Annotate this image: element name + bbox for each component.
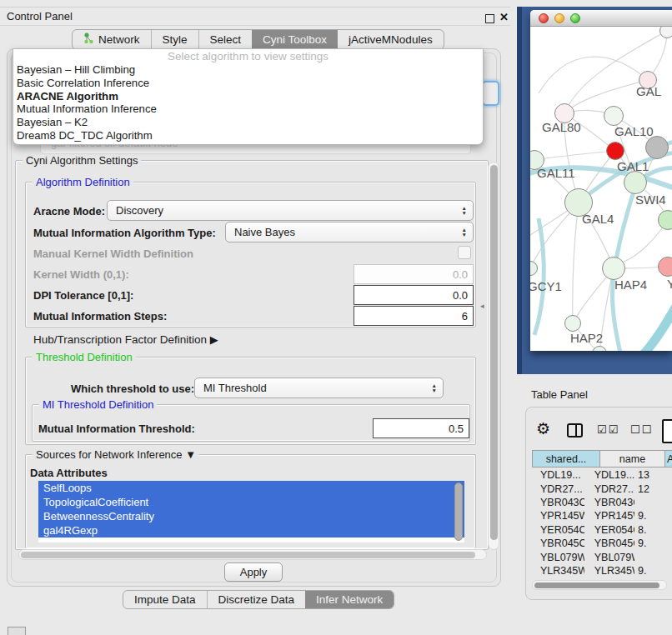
minimize-traffic-light-icon[interactable] — [554, 13, 564, 23]
mi-steps-field[interactable]: 6 — [354, 306, 474, 326]
mi-type-combo[interactable]: Naive Bayes ▲▼ — [225, 222, 474, 242]
split-collapse-arrow[interactable]: ◂ — [480, 302, 484, 310]
table-row[interactable]: YPR145WYPR145W9. — [532, 509, 672, 522]
network-node[interactable] — [658, 257, 672, 277]
manual-kernel-label: Manual Kernel Width Definition — [33, 248, 193, 260]
mi-steps-label: Mutual Information Steps: — [33, 310, 167, 322]
network-node[interactable] — [604, 106, 624, 126]
algorithm-definition-title: Algorithm Definition — [33, 176, 133, 188]
network-node[interactable] — [645, 136, 669, 159]
table-scrollbar-track — [532, 580, 667, 590]
table-row[interactable]: YBL079WYBL079W — [532, 550, 672, 563]
table-row[interactable]: YBR045CYBR045C9. — [532, 537, 672, 550]
table-cell: 13 — [634, 469, 672, 481]
tab-jactivemnodules[interactable]: jActiveMNodules — [338, 30, 444, 49]
manual-kernel-checkbox — [458, 246, 471, 259]
vertical-scrollbar-thumb[interactable] — [490, 165, 498, 540]
bottom-tab-discretize-data[interactable]: Discretize Data — [207, 591, 306, 608]
table-column-header[interactable]: A — [665, 450, 672, 468]
algorithm-option[interactable]: Dream8 DC_TDC Algorithm — [13, 129, 483, 142]
float-window-icon[interactable] — [485, 13, 494, 26]
algorithm-dropdown-items: Bayesian – Hill ClimbingBasic Correlatio… — [13, 63, 483, 142]
tab-label: Network — [98, 33, 140, 46]
attribute-item[interactable]: SelfLoops — [38, 481, 464, 495]
table-cell: 9. — [634, 510, 672, 522]
table-column-header[interactable]: name — [600, 450, 665, 468]
attributes-list-scrollbar[interactable] — [454, 482, 463, 541]
table-cell: YDR27... — [584, 483, 634, 495]
tab-cyni-toolbox[interactable]: Cyni Toolbox — [252, 30, 338, 49]
tab-select[interactable]: Select — [198, 30, 253, 49]
kernel-width-label: Kernel Width (0,1): — [33, 268, 129, 281]
table-scrollbar-thumb[interactable] — [534, 582, 659, 588]
hide-columns-icon[interactable]: ☐☐ — [630, 423, 653, 436]
algorithm-option[interactable]: Mutual Information Inference — [13, 102, 483, 116]
gear-icon[interactable]: ⚙ — [536, 419, 550, 438]
table-cell: YDL19... — [584, 469, 634, 481]
table-cell: YBR045C — [584, 538, 634, 549]
table-cell: YER054C — [532, 524, 584, 536]
kernel-width-field: 0.0 — [354, 264, 474, 284]
table-cell: 9. — [634, 538, 672, 549]
column-layout-icon[interactable] — [567, 423, 583, 438]
table-cell: YLR345W — [584, 565, 634, 577]
attribute-item[interactable]: gal4RGexp — [38, 523, 464, 538]
minimized-panel-button[interactable] — [8, 627, 26, 635]
table-row[interactable]: YIL052CYIL052C9 — [532, 578, 672, 579]
tab-network[interactable]: Network — [73, 30, 151, 49]
table-row[interactable]: YDL19...YDL19...13 — [532, 468, 672, 482]
table-cell: YIL052C — [584, 578, 634, 579]
table-cell: YLR345W — [532, 565, 584, 577]
algorithm-option[interactable]: Bayesian – Hill Climbing — [13, 63, 483, 77]
table-cell: YPR145W — [532, 510, 584, 522]
attribute-item[interactable]: TopologicalCoefficient — [38, 495, 464, 509]
which-threshold-combo[interactable]: MI Threshold ▲▼ — [194, 378, 444, 398]
node-label: GAL4 — [582, 212, 614, 226]
hub-definition-toggle[interactable]: Hub/Transcription Factor Definition ▶ — [33, 333, 218, 346]
horizontal-scrollbar-track — [18, 549, 487, 560]
network-node[interactable] — [659, 27, 672, 38]
table-cell: YDR27... — [532, 483, 584, 495]
table-column-header[interactable]: shared... — [532, 450, 600, 468]
dpi-tolerance-field[interactable]: 0.0 — [354, 285, 474, 305]
node-label: GAL1 — [617, 159, 649, 173]
sources-title-text: Sources for Network Inference — [36, 448, 183, 461]
attribute-item[interactable]: BetweennessCentrality — [38, 509, 464, 523]
expanded-arrow-icon[interactable]: ▼ — [185, 448, 196, 461]
network-tab-icon — [83, 32, 98, 47]
screen: Control Panel ✕ NetworkStyleSelectCyni T… — [0, 0, 672, 635]
network-node[interactable] — [564, 315, 581, 332]
network-node[interactable] — [602, 257, 625, 280]
sources-group-title: Sources for Network Inference ▼ — [33, 448, 199, 461]
network-node[interactable] — [624, 171, 647, 194]
bottom-tab-infer-network[interactable]: Infer Network — [305, 591, 394, 608]
show-columns-icon[interactable]: ☑☑ — [597, 423, 619, 436]
horizontal-scrollbar-thumb[interactable] — [21, 552, 475, 558]
table-row[interactable]: YBR043CYBR043C — [532, 496, 672, 509]
network-canvas[interactable]: GALGAL80GAL10GAL1GAL11SWI4GAL4GCY1HAP4YH… — [530, 27, 672, 351]
mi-threshold-value: 0.5 — [449, 422, 464, 435]
network-window-titlebar[interactable] — [530, 10, 672, 27]
aracne-mode-combo[interactable]: Discovery ▲▼ — [107, 200, 474, 221]
table-row[interactable]: YLR345WYLR345W9. — [532, 564, 672, 578]
zoom-traffic-light-icon[interactable] — [570, 13, 580, 23]
table-row[interactable]: YER054CYER054C8. — [532, 523, 672, 537]
table-row[interactable]: YDR27...YDR27...12 — [532, 482, 672, 495]
network-node[interactable] — [658, 210, 672, 230]
bottom-tab-impute-data[interactable]: Impute Data — [123, 591, 207, 608]
mi-threshold-field[interactable]: 0.5 — [373, 418, 469, 438]
algorithm-option[interactable]: ARACNE Algorithm — [13, 90, 483, 103]
network-node[interactable] — [606, 142, 624, 160]
table-cell: YIL052C — [532, 578, 584, 579]
algorithm-option[interactable]: Bayesian – K2 — [13, 116, 483, 129]
close-icon[interactable]: ✕ — [499, 11, 509, 23]
algorithm-combo-fragment[interactable] — [482, 81, 499, 106]
table-cell: YBR043C — [532, 497, 584, 508]
which-threshold-value: MI Threshold — [203, 382, 267, 394]
tab-style[interactable]: Style — [151, 30, 198, 49]
export-table-icon[interactable] — [662, 419, 672, 443]
algorithm-option[interactable]: Basic Correlation Inference — [13, 77, 483, 90]
close-traffic-light-icon[interactable] — [539, 13, 549, 23]
data-attributes-label: Data Attributes — [30, 467, 108, 479]
apply-button[interactable]: Apply — [224, 562, 283, 582]
